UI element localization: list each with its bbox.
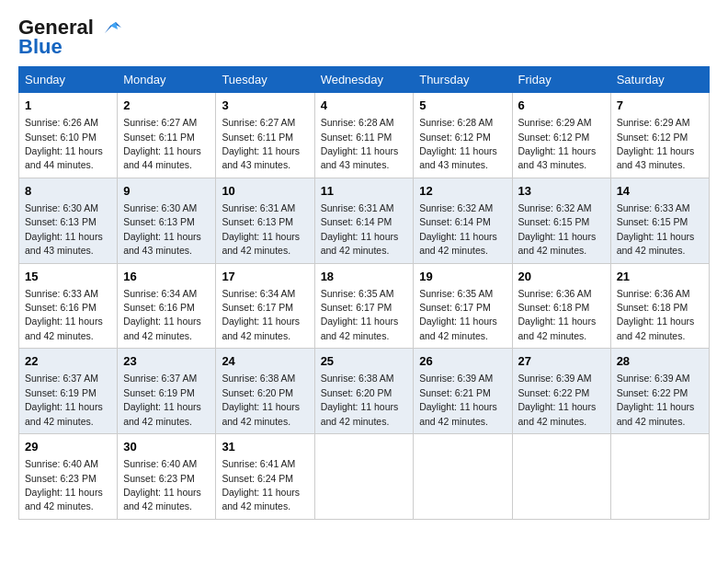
table-cell: 23Sunrise: 6:37 AMSunset: 6:19 PMDayligh…	[118, 349, 216, 434]
table-cell: 7Sunrise: 6:29 AMSunset: 6:12 PMDaylight…	[610, 93, 709, 178]
day-info: Sunrise: 6:36 AMSunset: 6:18 PMDaylight:…	[518, 288, 597, 341]
day-number: 23	[123, 353, 210, 370]
day-number: 17	[222, 269, 308, 285]
day-number: 8	[25, 183, 111, 200]
day-number: 9	[123, 183, 210, 200]
day-number: 4	[321, 98, 408, 114]
day-info: Sunrise: 6:35 AMSunset: 6:17 PMDaylight:…	[321, 288, 399, 341]
table-cell: 28Sunrise: 6:39 AMSunset: 6:22 PMDayligh…	[610, 349, 709, 434]
table-cell: 5Sunrise: 6:28 AMSunset: 6:12 PMDaylight…	[414, 93, 512, 178]
day-info: Sunrise: 6:40 AMSunset: 6:23 PMDaylight:…	[25, 458, 103, 511]
header-sunday: Sunday	[19, 67, 118, 93]
table-cell: 27Sunrise: 6:39 AMSunset: 6:22 PMDayligh…	[512, 349, 610, 434]
table-cell: 15Sunrise: 6:33 AMSunset: 6:16 PMDayligh…	[19, 263, 118, 349]
table-cell: 21Sunrise: 6:36 AMSunset: 6:18 PMDayligh…	[610, 263, 709, 349]
table-cell: 30Sunrise: 6:40 AMSunset: 6:23 PMDayligh…	[118, 434, 216, 520]
table-cell: 3Sunrise: 6:27 AMSunset: 6:11 PMDaylight…	[216, 93, 314, 178]
day-number: 7	[617, 98, 703, 114]
day-number: 19	[419, 269, 506, 285]
table-cell: 24Sunrise: 6:38 AMSunset: 6:20 PMDayligh…	[216, 349, 314, 434]
day-number: 26	[419, 353, 506, 370]
logo-bird-icon	[97, 15, 123, 40]
table-cell: 16Sunrise: 6:34 AMSunset: 6:16 PMDayligh…	[118, 263, 216, 349]
table-cell	[414, 434, 512, 520]
table-cell: 20Sunrise: 6:36 AMSunset: 6:18 PMDayligh…	[512, 263, 610, 349]
day-number: 27	[518, 353, 605, 370]
day-number: 31	[222, 439, 308, 455]
week-row-1: 1Sunrise: 6:26 AMSunset: 6:10 PMDaylight…	[19, 93, 710, 178]
day-info: Sunrise: 6:30 AMSunset: 6:13 PMDaylight:…	[25, 202, 103, 256]
logo: General Blue	[18, 15, 123, 59]
table-cell: 9Sunrise: 6:30 AMSunset: 6:13 PMDaylight…	[118, 178, 216, 263]
week-row-5: 29Sunrise: 6:40 AMSunset: 6:23 PMDayligh…	[19, 434, 710, 520]
day-number: 24	[222, 353, 308, 370]
day-info: Sunrise: 6:32 AMSunset: 6:15 PMDaylight:…	[518, 202, 597, 256]
header-monday: Monday	[118, 67, 216, 93]
day-number: 29	[25, 439, 111, 455]
day-info: Sunrise: 6:33 AMSunset: 6:16 PMDaylight:…	[25, 288, 103, 341]
day-number: 14	[617, 183, 703, 200]
header-saturday: Saturday	[610, 67, 709, 93]
day-info: Sunrise: 6:26 AMSunset: 6:10 PMDaylight:…	[25, 117, 103, 170]
table-cell: 18Sunrise: 6:35 AMSunset: 6:17 PMDayligh…	[314, 263, 414, 349]
day-number: 20	[518, 269, 605, 285]
day-info: Sunrise: 6:37 AMSunset: 6:19 PMDaylight:…	[25, 373, 103, 426]
day-info: Sunrise: 6:31 AMSunset: 6:13 PMDaylight:…	[222, 202, 300, 256]
day-info: Sunrise: 6:39 AMSunset: 6:22 PMDaylight:…	[518, 373, 597, 426]
week-row-3: 15Sunrise: 6:33 AMSunset: 6:16 PMDayligh…	[19, 263, 710, 349]
table-cell: 2Sunrise: 6:27 AMSunset: 6:11 PMDaylight…	[118, 93, 216, 178]
header-thursday: Thursday	[414, 67, 512, 93]
day-info: Sunrise: 6:27 AMSunset: 6:11 PMDaylight:…	[222, 117, 300, 170]
day-number: 2	[123, 98, 210, 114]
day-number: 10	[222, 183, 308, 200]
svg-marker-0	[105, 22, 121, 33]
header-friday: Friday	[512, 67, 610, 93]
day-info: Sunrise: 6:29 AMSunset: 6:12 PMDaylight:…	[617, 117, 695, 170]
day-info: Sunrise: 6:34 AMSunset: 6:17 PMDaylight:…	[222, 288, 300, 341]
day-info: Sunrise: 6:38 AMSunset: 6:20 PMDaylight:…	[321, 373, 399, 426]
day-number: 11	[321, 183, 408, 200]
day-number: 28	[617, 353, 703, 370]
table-cell: 22Sunrise: 6:37 AMSunset: 6:19 PMDayligh…	[19, 349, 118, 434]
day-info: Sunrise: 6:27 AMSunset: 6:11 PMDaylight:…	[123, 117, 201, 170]
day-number: 15	[25, 269, 111, 285]
table-cell: 4Sunrise: 6:28 AMSunset: 6:11 PMDaylight…	[314, 93, 414, 178]
day-info: Sunrise: 6:39 AMSunset: 6:22 PMDaylight:…	[617, 373, 695, 426]
week-row-2: 8Sunrise: 6:30 AMSunset: 6:13 PMDaylight…	[19, 178, 710, 263]
day-number: 16	[123, 269, 210, 285]
day-number: 21	[617, 269, 703, 285]
day-info: Sunrise: 6:29 AMSunset: 6:12 PMDaylight:…	[518, 117, 597, 170]
table-cell: 10Sunrise: 6:31 AMSunset: 6:13 PMDayligh…	[216, 178, 314, 263]
day-info: Sunrise: 6:28 AMSunset: 6:12 PMDaylight:…	[419, 117, 497, 170]
header-tuesday: Tuesday	[216, 67, 314, 93]
day-number: 18	[321, 269, 408, 285]
table-cell: 26Sunrise: 6:39 AMSunset: 6:21 PMDayligh…	[414, 349, 512, 434]
table-cell: 25Sunrise: 6:38 AMSunset: 6:20 PMDayligh…	[314, 349, 414, 434]
table-cell: 6Sunrise: 6:29 AMSunset: 6:12 PMDaylight…	[512, 93, 610, 178]
day-info: Sunrise: 6:31 AMSunset: 6:14 PMDaylight:…	[321, 202, 399, 256]
day-number: 30	[123, 439, 210, 455]
day-info: Sunrise: 6:41 AMSunset: 6:24 PMDaylight:…	[222, 458, 300, 511]
table-cell: 11Sunrise: 6:31 AMSunset: 6:14 PMDayligh…	[314, 178, 414, 263]
table-cell: 1Sunrise: 6:26 AMSunset: 6:10 PMDaylight…	[19, 93, 118, 178]
day-number: 1	[25, 98, 111, 114]
day-number: 5	[419, 98, 506, 114]
table-cell: 29Sunrise: 6:40 AMSunset: 6:23 PMDayligh…	[19, 434, 118, 520]
day-info: Sunrise: 6:32 AMSunset: 6:14 PMDaylight:…	[419, 202, 497, 256]
day-info: Sunrise: 6:34 AMSunset: 6:16 PMDaylight:…	[123, 288, 201, 341]
page-header: General Blue	[18, 15, 710, 59]
table-cell: 13Sunrise: 6:32 AMSunset: 6:15 PMDayligh…	[512, 178, 610, 263]
day-info: Sunrise: 6:30 AMSunset: 6:13 PMDaylight:…	[123, 202, 201, 256]
calendar-table: SundayMondayTuesdayWednesdayThursdayFrid…	[18, 66, 710, 520]
table-cell	[610, 434, 709, 520]
day-info: Sunrise: 6:35 AMSunset: 6:17 PMDaylight:…	[419, 288, 497, 341]
day-number: 3	[222, 98, 308, 114]
day-number: 13	[518, 183, 605, 200]
table-cell: 19Sunrise: 6:35 AMSunset: 6:17 PMDayligh…	[414, 263, 512, 349]
day-number: 6	[518, 98, 605, 114]
table-cell: 31Sunrise: 6:41 AMSunset: 6:24 PMDayligh…	[216, 434, 314, 520]
header-wednesday: Wednesday	[314, 67, 414, 93]
table-cell: 14Sunrise: 6:33 AMSunset: 6:15 PMDayligh…	[610, 178, 709, 263]
day-info: Sunrise: 6:36 AMSunset: 6:18 PMDaylight:…	[617, 288, 695, 341]
table-cell: 8Sunrise: 6:30 AMSunset: 6:13 PMDaylight…	[19, 178, 118, 263]
